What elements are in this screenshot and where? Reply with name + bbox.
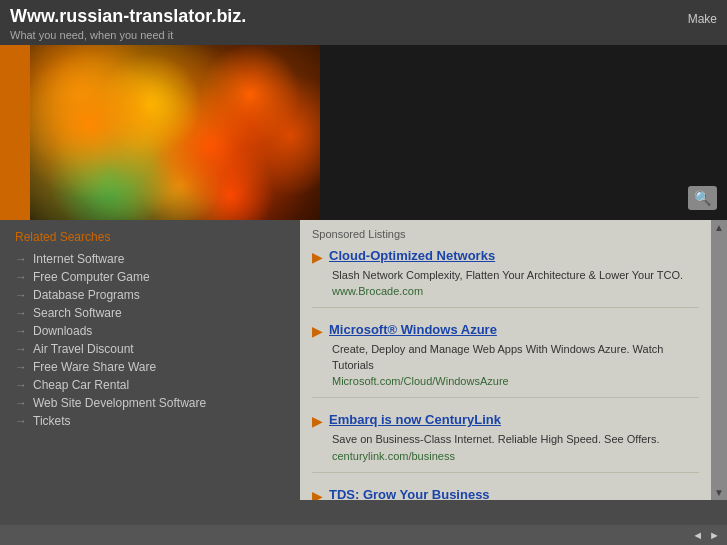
arrow-icon: → [15, 252, 27, 266]
sidebar-link[interactable]: Free Computer Game [33, 270, 150, 284]
listing-3: ▶ TDS: Grow Your Business Powerful voice… [312, 487, 699, 500]
sidebar-item-cheap-car-rental[interactable]: → Cheap Car Rental [15, 378, 285, 392]
listing-url[interactable]: www.Brocade.com [332, 285, 699, 297]
sidebar-link[interactable]: Web Site Development Software [33, 396, 206, 410]
listing-desc: Create, Deploy and Manage Web Apps With … [332, 342, 699, 373]
scrollbar-right[interactable]: ▲ ▼ [711, 220, 727, 500]
search-icon: 🔍 [694, 190, 711, 206]
listing-0: ▶ Cloud-Optimized Networks Slash Network… [312, 248, 699, 308]
listing-desc: Save on Business-Class Internet. Reliabl… [332, 432, 699, 447]
sidebar-item-web-dev[interactable]: → Web Site Development Software [15, 396, 285, 410]
listing-title[interactable]: TDS: Grow Your Business [329, 487, 490, 500]
scroll-right-arrow[interactable]: ► [706, 529, 723, 541]
listing-title[interactable]: Cloud-Optimized Networks [329, 248, 495, 263]
sidebar-link[interactable]: Free Ware Share Ware [33, 360, 156, 374]
sidebar-link[interactable]: Cheap Car Rental [33, 378, 129, 392]
sidebar: Related Searches → Internet Software → F… [0, 220, 300, 500]
sidebar-item-internet-software[interactable]: → Internet Software [15, 252, 285, 266]
listing-header: ▶ Embarq is now CenturyLink [312, 412, 699, 429]
related-searches-title: Related Searches [15, 230, 285, 244]
make-link[interactable]: Make [688, 12, 717, 26]
listing-header: ▶ Cloud-Optimized Networks [312, 248, 699, 265]
top-bar: Www.russian-translator.biz. What you nee… [0, 0, 727, 45]
sidebar-link[interactable]: Tickets [33, 414, 71, 428]
listing-url[interactable]: centurylink.com/business [332, 450, 699, 462]
sidebar-item-free-ware[interactable]: → Free Ware Share Ware [15, 360, 285, 374]
orange-accent-bar [0, 45, 30, 220]
listing-title[interactable]: Microsoft® Windows Azure [329, 322, 497, 337]
arrow-icon: → [15, 378, 27, 392]
sidebar-item-search-software[interactable]: → Search Software [15, 306, 285, 320]
listing-header: ▶ TDS: Grow Your Business [312, 487, 699, 500]
scroll-down-arrow[interactable]: ▼ [714, 487, 724, 498]
sidebar-link[interactable]: Downloads [33, 324, 92, 338]
listing-url[interactable]: Microsoft.com/Cloud/WindowsAzure [332, 375, 699, 387]
arrow-icon: → [15, 288, 27, 302]
listing-header: ▶ Microsoft® Windows Azure [312, 322, 699, 339]
listing-1: ▶ Microsoft® Windows Azure Create, Deplo… [312, 322, 699, 398]
sponsored-title: Sponsored Listings [312, 228, 699, 240]
hero-image [30, 45, 320, 220]
listing-bullet-icon: ▶ [312, 249, 323, 265]
arrow-icon: → [15, 360, 27, 374]
sidebar-item-air-travel-discount[interactable]: → Air Travel Discount [15, 342, 285, 356]
site-subtitle: What you need, when you need it [10, 29, 246, 41]
listing-title[interactable]: Embarq is now CenturyLink [329, 412, 501, 427]
sidebar-link[interactable]: Internet Software [33, 252, 124, 266]
listing-2: ▶ Embarq is now CenturyLink Save on Busi… [312, 412, 699, 472]
sponsored-panel: Sponsored Listings ▶ Cloud-Optimized Net… [300, 220, 711, 500]
sidebar-link[interactable]: Air Travel Discount [33, 342, 134, 356]
sidebar-item-free-computer-game[interactable]: → Free Computer Game [15, 270, 285, 284]
arrow-icon: → [15, 414, 27, 428]
scroll-left-arrow[interactable]: ◄ [689, 529, 706, 541]
main-content: Related Searches → Internet Software → F… [0, 220, 727, 500]
sidebar-item-database-programs[interactable]: → Database Programs [15, 288, 285, 302]
arrow-icon: → [15, 342, 27, 356]
sidebar-item-downloads[interactable]: → Downloads [15, 324, 285, 338]
sidebar-link[interactable]: Database Programs [33, 288, 140, 302]
bottom-bar: ◄ ► [0, 525, 727, 545]
sidebar-link[interactable]: Search Software [33, 306, 122, 320]
listing-bullet-icon: ▶ [312, 488, 323, 500]
arrow-icon: → [15, 324, 27, 338]
arrow-icon: → [15, 306, 27, 320]
hero-section: 🔍 [0, 45, 727, 220]
search-area[interactable]: 🔍 [688, 186, 717, 210]
sidebar-item-tickets[interactable]: → Tickets [15, 414, 285, 428]
listing-desc: Slash Network Complexity, Flatten Your A… [332, 268, 699, 283]
scroll-up-arrow[interactable]: ▲ [714, 222, 724, 233]
listing-bullet-icon: ▶ [312, 323, 323, 339]
listing-bullet-icon: ▶ [312, 413, 323, 429]
site-info: Www.russian-translator.biz. What you nee… [10, 6, 246, 41]
site-title: Www.russian-translator.biz. [10, 6, 246, 27]
arrow-icon: → [15, 396, 27, 410]
arrow-icon: → [15, 270, 27, 284]
